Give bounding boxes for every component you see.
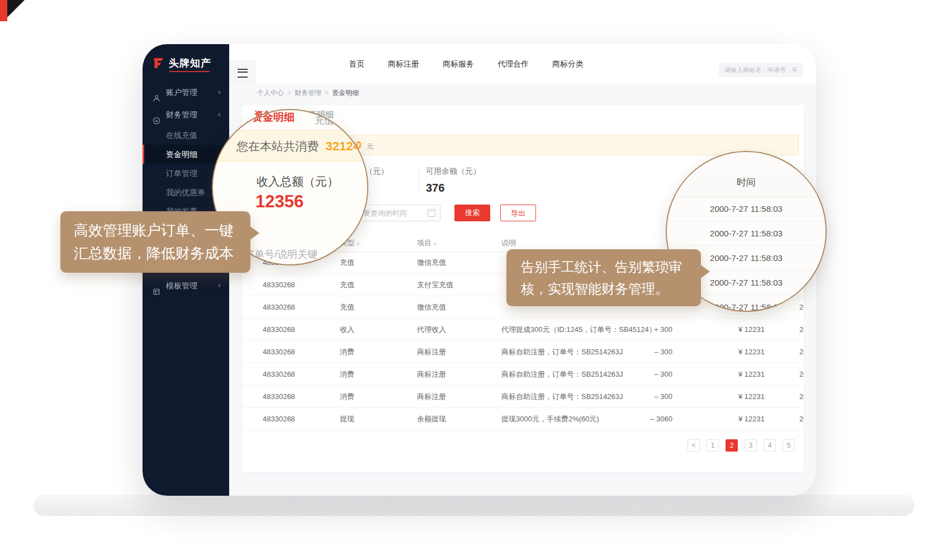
- magnified-income-value: 12356: [255, 192, 304, 212]
- top-navigation: 首页商标注册商标服务代理合作商标分类: [349, 44, 584, 84]
- pagination-page-2[interactable]: 2: [726, 439, 738, 452]
- sidebar-item-label: 在线充值: [166, 131, 197, 140]
- table-cell: 商标注册: [417, 341, 490, 363]
- table-cell: 充值: [340, 251, 396, 273]
- magnified-banner: 您在本站共消费 32124: [212, 130, 368, 162]
- laptop-base: [34, 495, 914, 516]
- callout-right: 告别手工统计、告别繁琐审核，实现智能财务管理。: [506, 249, 701, 306]
- pagination-page-5[interactable]: 5: [783, 439, 795, 452]
- logo[interactable]: 头牌知产: [151, 56, 211, 70]
- breadcrumb-item-资金明细[interactable]: 资金明细: [332, 89, 359, 97]
- breadcrumb: 个人中心>财务管理>资金明细: [257, 88, 359, 98]
- table-cell: 微信充值: [417, 296, 490, 318]
- brand-icon: [151, 56, 165, 70]
- table-row: 48330268消费商标注册商标自助注册，订单号：SB2514263J– 300…: [242, 386, 804, 408]
- pagination-page-4[interactable]: 4: [764, 439, 776, 452]
- chevron-up-icon: ∧: [217, 103, 221, 126]
- table-cell: 消费: [340, 341, 396, 363]
- user-icon: [153, 88, 160, 96]
- nav-item-商标分类[interactable]: 商标分类: [552, 59, 584, 69]
- search-button[interactable]: 搜索: [454, 205, 490, 221]
- nav-item-代理合作[interactable]: 代理合作: [497, 59, 529, 69]
- table-cell: – 3060: [628, 408, 672, 430]
- callout-left-text: 高效管理账户订单、一键汇总数据，降低财务成本: [74, 222, 234, 262]
- finance-icon: [153, 111, 160, 118]
- sidebar-item-模板管理[interactable]: 模板管理∨: [143, 274, 229, 297]
- table-cell: 2000-7-27 11:58:03: [799, 386, 804, 407]
- nav-item-商标注册[interactable]: 商标注册: [388, 59, 419, 69]
- sidebar-item-label: 模板管理: [166, 281, 197, 290]
- callout-left: 高效管理账户订单、一键汇总数据，降低财务成本: [60, 211, 250, 273]
- breadcrumb-bar: 个人中心>财务管理>资金明细: [229, 84, 816, 100]
- table-cell: 支付宝充值: [417, 274, 490, 296]
- chevron-down-icon: ∨: [217, 274, 221, 297]
- stat-balance-label: 可用余额（元）: [426, 167, 481, 177]
- table-cell: 2000-7-27 11:58:03: [799, 319, 804, 340]
- table-cell: 48330268: [263, 319, 330, 340]
- banner-suffix: 元: [367, 143, 373, 150]
- magnified-time-row: 2000-7-27 11:58:03: [667, 197, 826, 221]
- table-cell: 2000-7-27 11:58:03: [799, 363, 804, 385]
- table-cell: ¥ 12231: [720, 363, 765, 385]
- table-cell: 微信充值: [417, 251, 490, 273]
- menu-toggle-button[interactable]: [229, 60, 256, 84]
- pagination-page-1[interactable]: 1: [707, 439, 719, 452]
- table-cell: 48330268: [263, 274, 330, 296]
- template-icon: [153, 282, 160, 290]
- sidebar-item-label: 账户管理: [166, 88, 197, 97]
- stats-divider: [419, 165, 419, 193]
- sidebar-item-label: 财务管理: [166, 110, 197, 119]
- sidebar-item-账户管理[interactable]: 账户管理∨: [143, 81, 229, 103]
- table-cell: – 300: [628, 386, 672, 407]
- table-row: 48330268消费商标注册商标自助注册，订单号：SB2514263J– 300…: [242, 363, 804, 386]
- pagination-page-3[interactable]: 3: [745, 439, 757, 452]
- stat-balance: 可用余额（元） 376: [426, 167, 481, 194]
- table-cell: 消费: [340, 386, 396, 407]
- sidebar-item-在线充值[interactable]: 在线充值: [143, 126, 229, 145]
- search-input[interactable]: [719, 63, 803, 77]
- table-cell: + 300: [628, 319, 672, 340]
- table-cell: 充值: [340, 296, 396, 318]
- table-row: 48330268消费商标注册商标自助注册，订单号：SB2514263J– 300…: [242, 341, 804, 363]
- table-cell: 余额提现: [417, 408, 490, 430]
- table-cell: 2000-7-27 11:58:03: [799, 341, 804, 363]
- table-cell: 商标注册: [417, 386, 490, 407]
- table-cell: 充值: [340, 274, 396, 296]
- sidebar-item-label: 我的优惠券: [166, 188, 205, 197]
- callout-right-arrow: [700, 264, 710, 279]
- nav-item-首页[interactable]: 首页: [349, 59, 364, 69]
- table-header-项目[interactable]: 项目∨: [417, 235, 490, 252]
- calendar-icon[interactable]: [428, 209, 435, 217]
- table-cell: 48330268: [263, 296, 330, 318]
- pagination-prev-button[interactable]: <: [688, 439, 700, 452]
- table-cell: 48330268: [263, 341, 330, 363]
- pagination: <12345: [688, 439, 795, 452]
- logo-subtext: [169, 71, 210, 72]
- logo-text: 头牌知产: [169, 56, 211, 70]
- sort-chevron-icon: ∨: [356, 241, 360, 246]
- table-cell: 商标注册: [417, 363, 490, 385]
- table-cell: ¥ 12231: [720, 341, 765, 363]
- magnified-income-label: 收入总额（元）: [257, 174, 339, 189]
- sidebar-item-财务管理[interactable]: 财务管理∧: [143, 103, 229, 126]
- table-cell: – 300: [628, 341, 672, 363]
- corner-decoration: [6, 0, 25, 19]
- breadcrumb-separator: >: [325, 89, 329, 97]
- breadcrumb-item-个人中心[interactable]: 个人中心: [257, 89, 284, 97]
- nav-item-商标服务[interactable]: 商标服务: [443, 59, 474, 69]
- table-row: 48330268提现余额提现提现3000元，手续费2%(60元)– 3060¥ …: [242, 408, 804, 430]
- breadcrumb-item-财务管理[interactable]: 财务管理: [295, 89, 321, 97]
- table-cell: 代理收入: [417, 319, 490, 340]
- table-cell: – 300: [628, 363, 672, 385]
- top-bar: 首页商标注册商标服务代理合作商标分类: [229, 44, 816, 85]
- sidebar-item-label: 资金明细: [166, 150, 197, 159]
- table-row: 48330268收入代理收入代理提成300元（ID:1245，订单号：SB451…: [242, 319, 804, 341]
- table-cell: 48330268: [263, 386, 330, 407]
- export-button[interactable]: 导出: [500, 205, 536, 221]
- sidebar-item-label: 订单管理: [166, 169, 197, 178]
- table-cell: 消费: [340, 363, 396, 385]
- table-cell: 收入: [340, 319, 396, 340]
- table-cell: 2000-7-27 11:58:03: [799, 296, 804, 318]
- table-cell: 48330268: [263, 363, 330, 385]
- table-cell: 2000-7-27 11:58:03: [799, 408, 804, 430]
